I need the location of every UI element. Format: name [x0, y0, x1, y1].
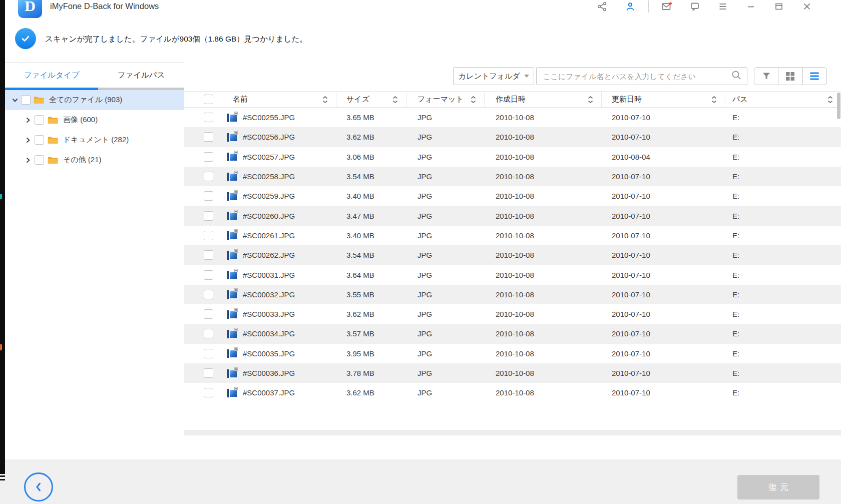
tree-checkbox[interactable]	[35, 135, 44, 145]
titlebar-controls	[588, 0, 821, 13]
feedback-icon[interactable]	[689, 1, 700, 13]
table-row[interactable]: #SC00036.JPG3.78 MBJPG2010-10-082010-07-…	[184, 363, 841, 383]
tree-item[interactable]: 全てのファイル (903)	[5, 90, 184, 110]
tree-item[interactable]: ドキュメント (282)	[5, 130, 184, 150]
cell-value: #SC00037.JPG	[243, 388, 295, 397]
column-header-created[interactable]: 作成日時	[485, 92, 602, 107]
sort-icon[interactable]	[322, 96, 328, 103]
chevron-down-icon[interactable]	[12, 97, 18, 103]
table-row[interactable]: #SC00033.JPG3.62 MBJPG2010-10-082010-07-…	[184, 304, 841, 324]
column-header-name[interactable]: 名前	[220, 92, 336, 107]
table-row[interactable]: #SC00031.JPG3.64 MBJPG2010-10-082010-07-…	[184, 265, 841, 284]
row-checkbox[interactable]	[204, 329, 213, 338]
cell-value: JPG	[417, 349, 432, 358]
row-checkbox[interactable]	[204, 368, 213, 378]
table-row[interactable]: #SC00255.JPG3.65 MBJPG2010-10-082010-07-…	[184, 108, 841, 127]
back-button[interactable]	[24, 472, 53, 501]
cell-value: E:	[732, 329, 739, 338]
cell-created: 2010-10-08	[485, 310, 602, 318]
cell-value: 2010-07-10	[612, 212, 650, 220]
minimize-icon[interactable]	[745, 1, 756, 13]
folder-scope-dropdown[interactable]: カレントフォルダ	[453, 67, 534, 85]
table-row[interactable]: #SC00262.JPG3.54 MBJPG2010-10-082010-07-…	[184, 245, 841, 265]
vertical-scrollbar-thumb[interactable]	[837, 93, 840, 119]
table-row[interactable]: #SC00035.JPG3.95 MBJPG2010-10-082010-07-…	[184, 344, 841, 363]
table-row[interactable]: #SC00261.JPG3.40 MBJPG2010-10-082010-07-…	[184, 226, 841, 245]
tree-item[interactable]: その他 (21)	[5, 150, 184, 170]
row-checkbox[interactable]	[204, 152, 213, 162]
cell-value: 3.64 MB	[346, 271, 374, 279]
cell-path: E:	[725, 349, 841, 358]
cell-size: 3.40 MB	[336, 192, 406, 200]
tree-checkbox[interactable]	[35, 115, 44, 125]
chevron-right-icon[interactable]	[25, 157, 31, 163]
row-checkbox[interactable]	[204, 231, 213, 240]
select-all-checkbox[interactable]	[204, 95, 213, 104]
horizontal-scrollbar[interactable]	[184, 430, 841, 435]
share-icon[interactable]	[597, 1, 608, 13]
cell-created: 2010-10-08	[485, 212, 602, 220]
search-input[interactable]	[542, 72, 731, 81]
table-row[interactable]: #SC00258.JPG3.54 MBJPG2010-10-082010-07-…	[184, 167, 841, 186]
cell-value: 3.57 MB	[346, 329, 374, 338]
row-checkbox-cell	[184, 329, 220, 338]
grid-view-icon[interactable]	[778, 68, 802, 85]
menu-icon[interactable]	[717, 1, 728, 13]
row-checkbox[interactable]	[204, 290, 213, 299]
table-row[interactable]: #SC00032.JPG3.55 MBJPG2010-10-082010-07-…	[184, 285, 841, 304]
tree-item[interactable]: 画像 (600)	[5, 110, 184, 130]
cell-format: JPG	[406, 133, 485, 141]
select-all-cell	[184, 92, 220, 107]
chevron-right-icon[interactable]	[25, 137, 31, 143]
table-row[interactable]: #SC00260.JPG3.47 MBJPG2010-10-082010-07-…	[184, 206, 841, 225]
chevron-right-icon[interactable]	[25, 117, 31, 123]
row-checkbox[interactable]	[204, 172, 213, 181]
cell-created: 2010-10-08	[485, 290, 602, 299]
cell-created: 2010-10-08	[485, 133, 602, 141]
column-header-format[interactable]: フォーマット	[406, 92, 485, 107]
column-header-updated[interactable]: 更新日時	[602, 92, 725, 107]
filter-icon[interactable]	[754, 68, 778, 85]
account-icon[interactable]	[625, 1, 636, 13]
table-row[interactable]: #SC00037.JPG3.62 MBJPG2010-10-082010-07-…	[184, 383, 841, 402]
close-icon[interactable]	[801, 1, 812, 13]
list-view-icon[interactable]	[802, 68, 826, 85]
image-file-icon	[227, 328, 238, 340]
table-row[interactable]: #SC00259.JPG3.40 MBJPG2010-10-082010-07-…	[184, 186, 841, 206]
tab-file-type[interactable]: ファイルタイプ	[5, 63, 98, 88]
row-checkbox[interactable]	[204, 191, 213, 201]
table-row[interactable]: #SC00256.JPG3.62 MBJPG2010-10-082010-07-…	[184, 127, 841, 147]
cell-size: 3.54 MB	[336, 172, 406, 181]
row-checkbox[interactable]	[204, 132, 213, 142]
search-icon[interactable]	[731, 70, 742, 83]
cell-value: E:	[732, 172, 739, 181]
cell-value: #SC00258.JPG	[243, 172, 295, 181]
cell-value: 2010-10-08	[496, 172, 534, 181]
sort-icon[interactable]	[392, 96, 398, 103]
table-row[interactable]: #SC00257.JPG3.06 MBJPG2010-10-082010-08-…	[184, 147, 841, 167]
tree-checkbox[interactable]	[35, 155, 44, 165]
sort-icon[interactable]	[711, 96, 717, 103]
sort-icon[interactable]	[827, 96, 833, 103]
row-checkbox-cell	[184, 113, 220, 122]
column-header-label: フォーマット	[417, 95, 464, 104]
maximize-icon[interactable]	[773, 1, 784, 13]
row-checkbox[interactable]	[204, 388, 213, 397]
sort-icon[interactable]	[471, 96, 476, 103]
row-checkbox[interactable]	[204, 113, 213, 122]
mail-icon[interactable]	[661, 1, 672, 13]
sort-icon[interactable]	[588, 96, 593, 103]
row-checkbox[interactable]	[204, 270, 213, 280]
column-header-size[interactable]: サイズ	[336, 92, 406, 107]
tab-file-path[interactable]: ファイルパス	[98, 63, 184, 88]
row-checkbox[interactable]	[204, 309, 213, 319]
cell-updated: 2010-07-10	[602, 172, 725, 181]
table-row[interactable]: #SC00034.JPG3.57 MBJPG2010-10-082010-07-…	[184, 324, 841, 343]
row-checkbox[interactable]	[204, 250, 213, 260]
cell-value: #SC00035.JPG	[243, 349, 295, 358]
row-checkbox[interactable]	[204, 349, 213, 358]
column-header-path[interactable]: パス	[725, 92, 841, 107]
restore-button[interactable]: 復元	[737, 475, 819, 499]
row-checkbox[interactable]	[204, 211, 213, 221]
tree-checkbox[interactable]	[21, 95, 31, 105]
